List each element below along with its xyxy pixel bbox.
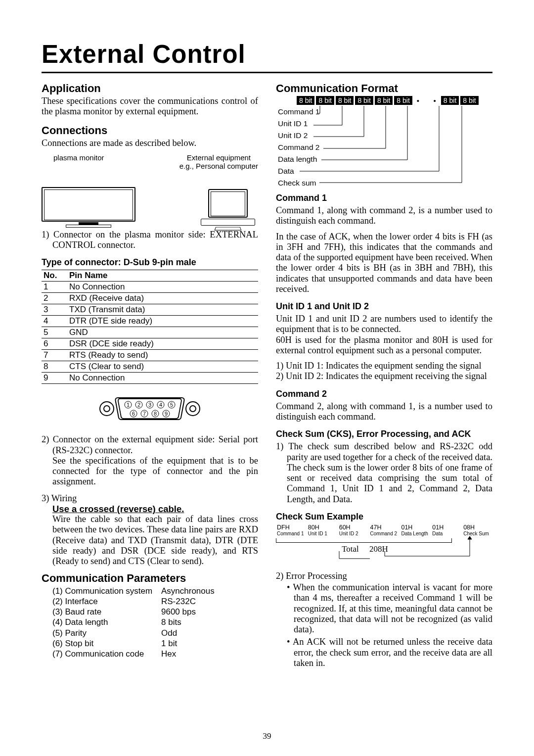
cf-label: Check sum <box>276 177 319 189</box>
cse-sub: Command 1 <box>277 531 305 536</box>
pin-name: GND <box>67 327 258 338</box>
cse-sub: Data <box>432 531 460 536</box>
bit-box: 8 bit <box>375 96 393 105</box>
right-column: Communication Format 8 bit 8 bit 8 bit 8… <box>276 82 492 670</box>
command1-p1: Command 1, along with command 2, is a nu… <box>276 205 492 227</box>
pin-no: 4 <box>42 316 67 327</box>
pin-th-no: No. <box>42 270 67 282</box>
svg-text:7: 7 <box>143 411 146 417</box>
page-title: External Control <box>42 40 492 69</box>
dsub-connector-icon: 1 2 3 4 5 6 7 8 9 <box>42 394 258 425</box>
svg-point-0 <box>100 402 114 416</box>
title-rule <box>42 72 492 73</box>
cf-diagram: 8 bit 8 bit 8 bit 8 bit 8 bit 8 bit • • … <box>276 96 492 190</box>
svg-text:2: 2 <box>137 402 140 408</box>
bit-box: 8 bit <box>460 96 478 105</box>
cf-label: Command 2 <box>276 142 319 153</box>
connector-type-heading: Type of connector: D-Sub 9-pin male <box>42 257 258 268</box>
command1-heading: Command 1 <box>276 193 492 203</box>
pin-table: No. Pin Name 1No Connection 2RXD (Receiv… <box>42 270 258 384</box>
unitid-heading: Unit ID 1 and Unit ID 2 <box>276 301 492 312</box>
cse-val: 08H <box>463 524 491 531</box>
svg-text:4: 4 <box>159 402 162 408</box>
comm-params-heading: Communication Parameters <box>42 572 258 585</box>
ext-label-2: e.g., Personal computer <box>179 162 258 170</box>
pin-no: 9 <box>42 373 67 384</box>
svg-text:5: 5 <box>170 402 173 408</box>
application-heading: Application <box>42 82 258 95</box>
application-text: These specifications cover the communica… <box>42 96 258 117</box>
svg-text:1: 1 <box>127 402 130 408</box>
connections-heading: Connections <box>42 124 258 137</box>
plasma-label: plasma monitor <box>42 153 104 170</box>
unitid-l2: 2) Unit ID 2: Indicates the equipment re… <box>276 371 492 381</box>
cse-val: 60H <box>339 524 367 531</box>
param-key: (5) Parity <box>52 628 161 638</box>
pin-th-name: Pin Name <box>67 270 258 282</box>
connector-item-2a: 2) Connector on the external equipment s… <box>42 434 258 456</box>
pin-name: RTS (Ready to send) <box>67 350 258 361</box>
pin-no: 1 <box>42 282 67 293</box>
param-key: (2) Interface <box>52 596 161 607</box>
cse-total-value: 208H <box>369 544 388 554</box>
cse-val: DFH <box>277 524 305 531</box>
svg-text:8: 8 <box>154 411 157 417</box>
pin-no: 2 <box>42 293 67 304</box>
param-val: 8 bits <box>161 617 181 627</box>
param-val: Hex <box>161 649 176 659</box>
cf-label: Unit ID 1 <box>276 118 319 130</box>
plasma-monitor-icon <box>42 187 135 229</box>
bit-box: 8 bit <box>316 96 334 105</box>
svg-marker-22 <box>468 536 472 539</box>
svg-point-2 <box>186 402 200 416</box>
connector-item-1: 1) Connector on the plasma monitor side:… <box>42 230 258 251</box>
param-key: (7) Communication code <box>52 649 161 659</box>
wiring-body: Wire the cable so that each pair of data… <box>42 514 258 567</box>
pin-name: CTS (Clear to send) <box>67 361 258 373</box>
cse-val: 80H <box>308 524 336 531</box>
err-lead: 2) Error Processing <box>276 571 492 581</box>
cse-sub: Unit ID 2 <box>339 531 367 536</box>
unitid-p2: 60H is used for the plasma monitor and 8… <box>276 335 492 356</box>
cse-diagram: DFHCommand 1 80HUnit ID 1 60HUnit ID 2 4… <box>276 524 492 566</box>
command1-p2: In the case of ACK, when the lower order… <box>276 232 492 295</box>
cse-val: 47H <box>370 524 399 531</box>
pin-name: No Connection <box>67 373 258 384</box>
connections-intro: Connections are made as described below. <box>42 138 258 148</box>
param-key: (1) Communication system <box>52 586 161 596</box>
cse-sub: Unit ID 1 <box>308 531 336 536</box>
cse-heading: Check Sum Example <box>276 512 492 522</box>
pin-no: 5 <box>42 327 67 338</box>
comm-params-list: (1) Communication systemAsynchronous (2)… <box>42 586 258 660</box>
cse-sub: Data Length <box>401 531 429 536</box>
pin-no: 7 <box>42 350 67 361</box>
left-column: Application These specifications cover t… <box>42 82 258 670</box>
wiring-head: 3) Wiring <box>42 493 258 504</box>
cse-total-label: Total <box>342 544 359 554</box>
bit-box: 8 bit <box>394 96 412 105</box>
cse-sub: Command 2 <box>370 531 399 536</box>
err-b1-text: When the communication interval is vacan… <box>293 582 492 634</box>
cf-label: Data length <box>276 153 319 165</box>
pin-no: 8 <box>42 361 67 373</box>
command2-p1: Command 2, along with command 1, is a nu… <box>276 401 492 423</box>
param-val: RS-232C <box>161 596 196 607</box>
bit-box: 8 bit <box>336 96 354 105</box>
param-key: (6) Stop bit <box>52 638 161 649</box>
bit-box: 8 bit <box>441 96 459 105</box>
cf-label: Unit ID 2 <box>276 130 319 142</box>
svg-text:6: 6 <box>132 411 135 417</box>
pin-name: DSR (DCE side ready) <box>67 338 258 350</box>
param-key: (4) Data length <box>52 617 161 627</box>
pin-name: TXD (Transmit data) <box>67 304 258 316</box>
pin-name: No Connection <box>67 282 258 293</box>
unitid-l1: 1) Unit ID 1: Indicates the equipment se… <box>276 361 492 371</box>
command2-heading: Command 2 <box>276 389 492 399</box>
pin-no: 6 <box>42 338 67 350</box>
param-val: 9600 bps <box>161 607 196 617</box>
cse-val: 01H <box>401 524 429 531</box>
param-val: Asynchronous <box>161 586 215 596</box>
ext-label-1: External equipment <box>187 153 251 162</box>
connection-diagram <box>42 170 258 225</box>
svg-point-3 <box>190 406 196 412</box>
